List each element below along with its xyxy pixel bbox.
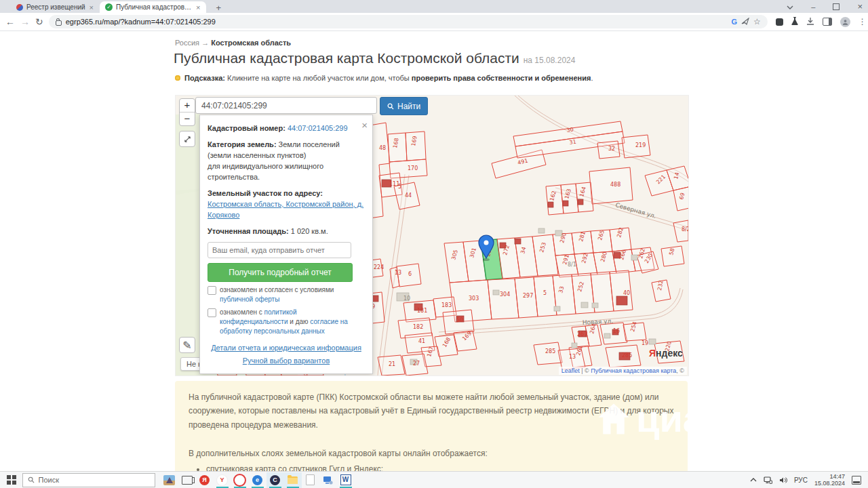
notification-center-icon[interactable] xyxy=(852,476,861,485)
language-indicator[interactable]: РУС xyxy=(794,476,808,484)
taskbar-c-app-icon[interactable]: C xyxy=(267,472,284,488)
parcel-label: 285 xyxy=(545,348,555,354)
map-building[interactable] xyxy=(631,255,637,260)
map-building[interactable] xyxy=(592,303,598,308)
get-report-button[interactable]: Получить подробный отчет xyxy=(208,263,353,282)
taskbar-browser-blue-icon[interactable]: e xyxy=(249,472,267,488)
page-content: Россия → Костромская область Публичная к… xyxy=(0,31,868,472)
taskbar-clock[interactable]: 14:47 15.08.2024 xyxy=(814,473,845,487)
offer-checkbox-row: ознакомлен и согласен с условиями публич… xyxy=(208,285,365,304)
fullscreen-button[interactable] xyxy=(179,131,195,147)
tab1-close-icon[interactable]: × xyxy=(89,3,94,12)
map-building[interactable] xyxy=(581,302,588,308)
new-tab-button[interactable]: + xyxy=(212,3,225,13)
browser-tab-strip: Реестр извещений × ✓ Публичная кадастров… xyxy=(0,0,868,13)
parcel-label: 48 xyxy=(379,145,386,151)
pkk-link[interactable]: Публичная кадастровая карта xyxy=(591,367,676,374)
cadastral-map[interactable]: 4816816917011154449130313221948816216316… xyxy=(175,95,689,376)
parcel-label: 30 xyxy=(566,127,574,134)
window-minimize-button[interactable]: – xyxy=(811,3,815,11)
cadastral-number-link[interactable]: 44:07:021405:299 xyxy=(288,124,348,132)
parcel-label: 6 xyxy=(408,271,412,277)
info-panel: На публичной кадастровой карте (ПКК) Кос… xyxy=(175,381,688,472)
task-view-button[interactable] xyxy=(178,472,196,488)
taskbar-explorer-icon[interactable] xyxy=(284,472,302,488)
network-icon[interactable] xyxy=(764,476,772,484)
taskbar-yandex-browser-icon[interactable]: Y xyxy=(214,472,231,488)
draw-pencil-button[interactable]: ✎ xyxy=(179,337,195,353)
zoom-out-button[interactable]: − xyxy=(180,113,195,125)
flask-extension-icon[interactable] xyxy=(791,16,798,28)
privacy-checkbox[interactable] xyxy=(208,308,216,317)
map-building[interactable] xyxy=(616,296,627,305)
tab2-close-icon[interactable]: × xyxy=(195,3,201,12)
zoom-in-button[interactable]: + xyxy=(180,99,195,113)
title-date: на 15.08.2024 xyxy=(524,56,576,65)
tab2-title: Публичная кадастровая карта К xyxy=(116,3,192,11)
volume-icon[interactable] xyxy=(779,476,787,484)
manual-select-link[interactable]: Ручной выбор вариантов xyxy=(208,356,365,367)
offer-link[interactable]: публичной оферты xyxy=(220,296,279,303)
map-building[interactable] xyxy=(604,333,610,338)
tray-chevron-icon[interactable] xyxy=(750,478,757,482)
window-close-button[interactable]: × xyxy=(857,1,863,12)
profile-avatar[interactable] xyxy=(840,17,850,27)
browser-menu-icon[interactable]: ⋮ xyxy=(859,17,867,26)
kadastr-search-input[interactable] xyxy=(195,97,377,114)
map-building[interactable] xyxy=(563,201,568,206)
download-icon[interactable] xyxy=(806,16,814,28)
popup-close-icon[interactable]: × xyxy=(361,118,368,133)
parcel-label: 267 xyxy=(577,331,587,338)
panel-bullet: спутниковая карта со спутников Гугл и Ян… xyxy=(206,462,674,472)
cian-house-icon xyxy=(595,401,632,437)
taskbar-yandex-icon[interactable]: Я xyxy=(196,472,214,488)
side-panel-icon[interactable] xyxy=(823,18,832,26)
back-button[interactable]: ← xyxy=(5,16,15,27)
map-building[interactable] xyxy=(578,199,583,205)
tab-search-chevron-icon[interactable] xyxy=(787,3,793,11)
parcel-label: 13 xyxy=(395,270,401,276)
taskbar-word-icon[interactable]: W xyxy=(337,472,355,488)
offer-checkbox[interactable] xyxy=(208,286,216,295)
tab-registry[interactable]: Реестр извещений × xyxy=(11,1,100,13)
map-building[interactable] xyxy=(554,306,560,311)
map-building[interactable] xyxy=(649,339,656,344)
map-building[interactable] xyxy=(493,290,499,295)
taskbar-pc-icon[interactable] xyxy=(319,472,337,488)
google-icon[interactable]: G xyxy=(731,18,737,26)
map-building[interactable] xyxy=(548,202,553,207)
tab-cadastral-map[interactable]: ✓ Публичная кадастровая карта К × xyxy=(100,1,206,13)
address-bar[interactable]: egrp365.ru/map/?kadnum=44:07:021405:299 … xyxy=(49,15,768,28)
parcel-info-popup: × Кадастровый номер: 44:07:021405:299 Ка… xyxy=(199,115,373,374)
report-details-link[interactable]: Детали отчета и юридическая информация xyxy=(208,343,365,354)
address-link[interactable]: Костромская область, Костромской район, … xyxy=(208,200,363,219)
reload-button[interactable]: ↻ xyxy=(35,16,43,27)
share-icon[interactable] xyxy=(741,18,749,26)
hint-line: Подсказка: Кликните на карте на любой уч… xyxy=(175,74,593,82)
privacy-checkbox-row: ознакомлен с политикой конфиденциальност… xyxy=(208,308,365,336)
parcel-label: 297 xyxy=(523,293,533,299)
taskbar-search[interactable]: Поиск xyxy=(22,473,155,487)
taskbar-game-icon[interactable] xyxy=(161,472,178,488)
start-button[interactable] xyxy=(7,475,16,485)
tab1-title: Реестр извещений xyxy=(26,3,85,11)
find-button[interactable]: Найти xyxy=(380,97,428,115)
breadcrumb-root-link[interactable]: Россия xyxy=(175,39,199,47)
forward-button[interactable]: → xyxy=(20,16,30,27)
map-building[interactable] xyxy=(572,343,577,348)
window-maximize-button[interactable] xyxy=(833,3,840,10)
map-search-bar: Найти xyxy=(195,97,428,115)
leaflet-link[interactable]: Leaflet xyxy=(561,367,580,374)
email-field[interactable] xyxy=(208,242,351,258)
bookmark-star-icon[interactable]: ☆ xyxy=(753,17,761,26)
map-building[interactable] xyxy=(538,228,545,233)
taskbar-document-icon[interactable] xyxy=(302,472,319,488)
map-building[interactable] xyxy=(515,239,521,244)
parcel-label: 40 xyxy=(623,290,630,296)
search-icon xyxy=(387,103,394,110)
map-parcel[interactable] xyxy=(488,279,519,319)
parcel-label: 224 xyxy=(374,264,384,270)
extension-icon[interactable] xyxy=(776,18,783,26)
taskbar-opera-icon[interactable] xyxy=(231,472,249,488)
parcel-label: 8/1 xyxy=(568,262,576,268)
